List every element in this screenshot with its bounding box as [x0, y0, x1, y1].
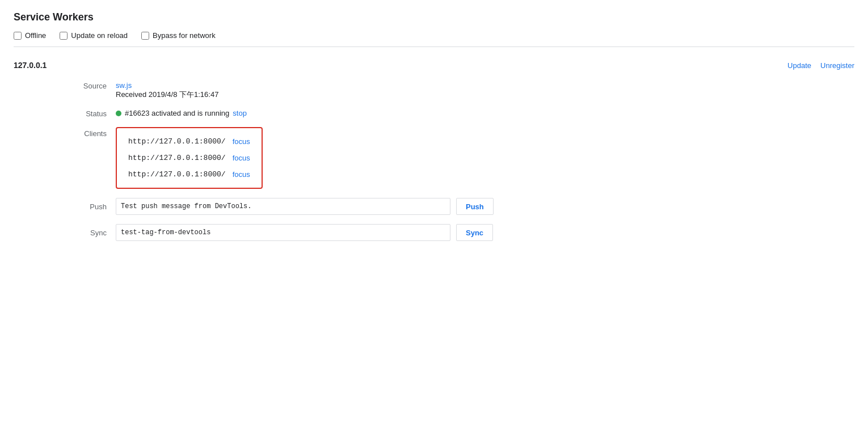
- offline-checkbox-item[interactable]: Offline: [14, 31, 46, 40]
- update-on-reload-label: Update on reload: [71, 31, 128, 40]
- stop-button[interactable]: stop: [233, 109, 247, 117]
- sync-input[interactable]: [116, 224, 450, 241]
- received-value: 2019/4/8 下午1:16:47: [149, 90, 219, 99]
- sync-button[interactable]: Sync: [456, 224, 493, 241]
- list-item: http://127.0.0.1:8000/ focus: [128, 137, 250, 146]
- sync-row: Sync Sync: [14, 224, 854, 241]
- push-row: Push Push: [14, 198, 854, 215]
- status-text: #16623 activated and is running: [125, 109, 229, 117]
- focus-button-2[interactable]: focus: [233, 154, 250, 162]
- offline-label: Offline: [25, 31, 46, 40]
- unregister-button[interactable]: Unregister: [820, 61, 854, 70]
- push-input[interactable]: [116, 198, 450, 215]
- clients-box: http://127.0.0.1:8000/ focus http://127.…: [116, 127, 263, 189]
- status-label: Status: [14, 109, 116, 118]
- clients-row: Clients http://127.0.0.1:8000/ focus htt…: [14, 127, 854, 189]
- status-dot-icon: [116, 111, 121, 116]
- client-url-3: http://127.0.0.1:8000/: [128, 170, 226, 179]
- source-row: Source sw.js Received 2019/4/8 下午1:16:47: [14, 81, 854, 100]
- page-title: Service Workers: [14, 11, 854, 23]
- worker-origin: 127.0.0.1: [14, 61, 47, 70]
- bypass-for-network-checkbox-item[interactable]: Bypass for network: [141, 31, 216, 40]
- push-label: Push: [14, 202, 116, 211]
- received-text: Received 2019/4/8 下午1:16:47: [116, 90, 218, 99]
- update-on-reload-checkbox-item[interactable]: Update on reload: [60, 31, 128, 40]
- bypass-for-network-label: Bypass for network: [153, 31, 216, 40]
- offline-checkbox[interactable]: [14, 32, 22, 40]
- worker-section: 127.0.0.1 Update Unregister Source sw.js…: [14, 61, 854, 261]
- clients-value: http://127.0.0.1:8000/ focus http://127.…: [116, 127, 263, 189]
- push-button[interactable]: Push: [456, 198, 494, 215]
- client-url-2: http://127.0.0.1:8000/: [128, 154, 226, 162]
- focus-button-1[interactable]: focus: [233, 137, 250, 146]
- header-actions: Update Unregister: [787, 61, 854, 70]
- status-row-container: Status #16623 activated and is running s…: [14, 109, 854, 118]
- update-on-reload-checkbox[interactable]: [60, 32, 68, 40]
- list-item: http://127.0.0.1:8000/ focus: [128, 170, 250, 179]
- bypass-for-network-checkbox[interactable]: [141, 32, 149, 40]
- clients-label: Clients: [14, 127, 116, 138]
- list-item: http://127.0.0.1:8000/ focus: [128, 154, 250, 162]
- source-value: sw.js Received 2019/4/8 下午1:16:47: [116, 81, 218, 100]
- source-link[interactable]: sw.js: [116, 81, 132, 90]
- source-label: Source: [14, 81, 116, 90]
- top-bar: Offline Update on reload Bypass for netw…: [14, 31, 854, 47]
- sync-label: Sync: [14, 228, 116, 237]
- update-button[interactable]: Update: [787, 61, 811, 70]
- worker-header: 127.0.0.1 Update Unregister: [14, 61, 854, 70]
- focus-button-3[interactable]: focus: [233, 170, 250, 179]
- client-url-1: http://127.0.0.1:8000/: [128, 137, 226, 146]
- status-value: #16623 activated and is running stop: [116, 109, 247, 117]
